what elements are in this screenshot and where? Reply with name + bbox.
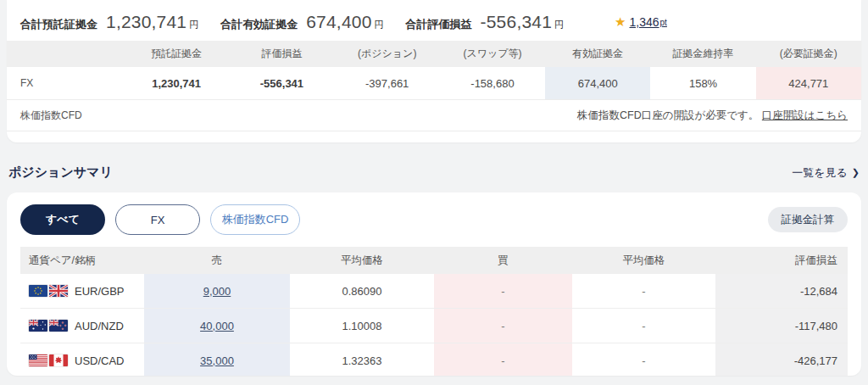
- total-deposit-margin: 合計預託証拠金 1,230,741 円: [20, 12, 198, 32]
- view-all-link[interactable]: 一覧を見る ❯: [792, 165, 860, 181]
- buy-avg-price: -: [642, 320, 645, 332]
- fx-required-margin: 424,771: [756, 67, 861, 99]
- tab-fx[interactable]: FX: [115, 204, 200, 235]
- nz-flag-icon: [49, 320, 68, 332]
- view-all-label[interactable]: 一覧を見る: [792, 165, 848, 181]
- account-summary-card: 合計預託証拠金 1,230,741 円 合計有効証拠金 674,400 円 合計…: [7, 0, 861, 142]
- sell-avg-price: 0.86090: [342, 285, 382, 298]
- col-header-effective-margin: 有効証拠金: [545, 41, 650, 67]
- total-deposit-unit: 円: [189, 19, 198, 31]
- total-effective-margin: 合計有効証拠金 674,400 円: [220, 12, 383, 32]
- total-pl-label: 合計評価損益: [406, 17, 472, 32]
- buy-qty: -: [501, 285, 504, 298]
- valuation-pl: -12,684: [800, 285, 837, 298]
- positions-table: 通貨ペア/銘柄 売 平均価格 買 平均価格 評価損益 EUR/GBP 9,000…: [20, 247, 848, 376]
- cfd-notice: 株価指数CFD口座の開設が必要です。 口座開設はこちら: [577, 109, 861, 123]
- filter-tabs: すべて FX 株価指数CFD 証拠金計算: [7, 192, 861, 245]
- tab-cfd[interactable]: 株価指数CFD: [210, 204, 300, 235]
- col-header-sell-avg: 平均価格: [290, 247, 434, 274]
- total-effective-label: 合計有効証拠金: [220, 17, 298, 32]
- col-header-buy: 買: [434, 247, 572, 274]
- col-header-pair: 通貨ペア/銘柄: [20, 247, 144, 274]
- fx-swap: -158,680: [440, 67, 545, 99]
- au-flag-icon: [29, 320, 47, 332]
- fx-margin-ratio: 158%: [650, 67, 755, 99]
- col-header-sell: 売: [144, 247, 290, 274]
- col-header-buy-avg: 平均価格: [572, 247, 715, 274]
- cfd-row-label: 株価指数CFD: [7, 109, 124, 123]
- col-header-swap: (スワップ等): [440, 41, 545, 67]
- col-header-deposit-margin: 預託証拠金: [124, 41, 229, 67]
- col-header-pl: 評価損益: [715, 247, 848, 274]
- points-value[interactable]: 1,346: [630, 15, 659, 29]
- table-row-eurgbp: EUR/GBP 9,000 0.86090 - - -12,684: [20, 274, 848, 309]
- sell-avg-price: 1.32363: [342, 354, 382, 367]
- cfd-notice-text: 株価指数CFD口座の開設が必要です。: [577, 109, 759, 121]
- table-row-usdcad: USD/CAD 35,000 1.32363 - - -426,177: [20, 343, 848, 376]
- sell-qty-link[interactable]: 35,000: [200, 354, 234, 367]
- points-unit[interactable]: pt: [660, 18, 667, 27]
- table-row-audnzd: AUD/NZD 40,000 1.10008 - - -117,480: [20, 309, 848, 343]
- ca-flag-icon: [49, 354, 68, 366]
- buy-qty: -: [501, 354, 504, 367]
- fx-valuation-pl: -556,341: [229, 67, 334, 99]
- account-header-spacer: [7, 41, 124, 67]
- col-header-valuation-pl: 評価損益: [229, 41, 334, 67]
- fx-deposit-margin: 1,230,741: [124, 67, 229, 99]
- open-account-link[interactable]: 口座開設はこちら: [762, 109, 848, 121]
- valuation-pl: -426,177: [794, 354, 837, 367]
- eu-flag-icon: [29, 285, 47, 297]
- fx-position: -397,661: [335, 67, 440, 99]
- pair-label: USD/CAD: [75, 354, 125, 367]
- pair-label: EUR/GBP: [75, 285, 125, 298]
- total-deposit-label: 合計預託証拠金: [20, 17, 97, 32]
- sell-qty-link[interactable]: 40,000: [200, 320, 234, 332]
- page-title: ポジションサマリ: [8, 165, 113, 181]
- total-effective-unit: 円: [375, 19, 384, 31]
- col-header-position: (ポジション): [335, 41, 440, 67]
- fx-account-row: FX 1,230,741 -556,341 -397,661 -158,680 …: [7, 67, 861, 100]
- fx-row-label: FX: [7, 67, 124, 99]
- col-header-required-margin: (必要証拠金): [756, 41, 861, 67]
- sell-qty-link[interactable]: 9,000: [203, 285, 231, 298]
- buy-avg-price: -: [642, 285, 645, 298]
- position-summary-card: すべて FX 株価指数CFD 証拠金計算 通貨ペア/銘柄 売 平均価格 買 平均…: [7, 192, 861, 376]
- tab-all[interactable]: すべて: [20, 204, 105, 235]
- total-pl-unit: 円: [554, 19, 564, 31]
- pair-cell: AUD/NZD: [20, 309, 144, 343]
- buy-avg-price: -: [642, 354, 645, 367]
- positions-table-header: 通貨ペア/銘柄 売 平均価格 買 平均価格 評価損益: [20, 247, 848, 274]
- total-deposit-value: 1,230,741: [106, 12, 186, 32]
- margin-calc-button[interactable]: 証拠金計算: [768, 207, 849, 232]
- us-flag-icon: [29, 354, 47, 366]
- position-summary-header: ポジションサマリ 一覧を見る ❯: [0, 142, 868, 192]
- cfd-account-row: 株価指数CFD 株価指数CFD口座の開設が必要です。 口座開設はこちら: [7, 100, 861, 131]
- pair-label: AUD/NZD: [75, 320, 124, 332]
- pair-cell: EUR/GBP: [20, 274, 144, 308]
- total-pl-value: -556,341: [481, 12, 553, 32]
- fx-effective-margin: 674,400: [545, 67, 650, 99]
- star-icon: ★: [615, 14, 626, 30]
- chevron-right-icon: ❯: [852, 167, 860, 178]
- pair-cell: USD/CAD: [20, 343, 144, 376]
- total-effective-value: 674,400: [306, 12, 371, 32]
- gb-flag-icon: [49, 285, 68, 297]
- summary-bar: 合計預託証拠金 1,230,741 円 合計有効証拠金 674,400 円 合計…: [7, 0, 861, 41]
- total-valuation-pl: 合計評価損益 -556,341 円: [406, 12, 565, 32]
- points-link[interactable]: ★ 1,346 pt: [615, 14, 667, 30]
- account-table-header: 預託証拠金 評価損益 (ポジション) (スワップ等) 有効証拠金 証拠金維持率 …: [7, 41, 861, 67]
- col-header-margin-ratio: 証拠金維持率: [650, 41, 755, 67]
- buy-qty: -: [501, 320, 504, 332]
- sell-avg-price: 1.10008: [342, 320, 382, 332]
- valuation-pl: -117,480: [795, 320, 837, 332]
